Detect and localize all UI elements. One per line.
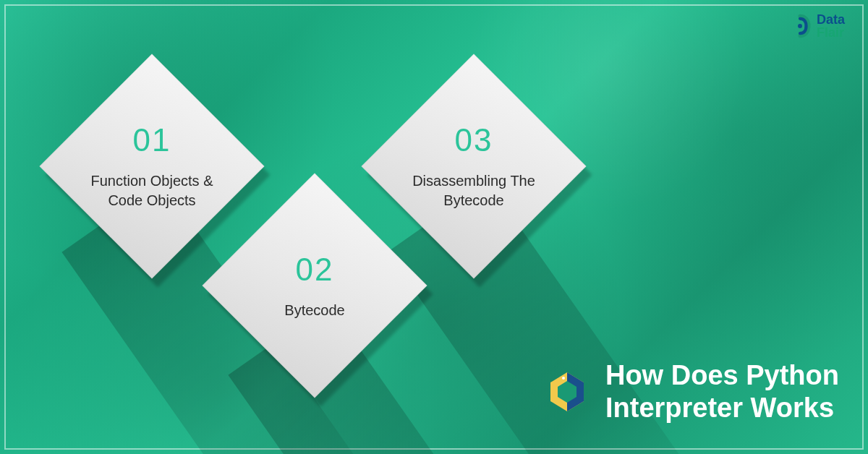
- step-label: Disassembling The Bytecode: [409, 171, 539, 210]
- logo-mark-icon: [788, 14, 812, 38]
- logo-text-line2: Flair: [817, 26, 845, 39]
- svg-point-4: [562, 377, 565, 380]
- step-number: 03: [455, 122, 493, 158]
- title-line2: Interpreter Works: [605, 392, 839, 425]
- logo-text-line1: Data: [817, 13, 845, 26]
- step-number: 01: [133, 122, 171, 158]
- svg-point-0: [798, 24, 802, 28]
- step-number: 02: [296, 252, 334, 288]
- step-label: Function Objects & Code Objects: [87, 171, 217, 210]
- title-line1: How Does Python: [605, 359, 839, 393]
- step-label: Bytecode: [284, 301, 344, 320]
- python-icon: [542, 367, 592, 417]
- brand-logo: Data Flair: [788, 13, 845, 39]
- title-block: How Does Python Interpreter Works: [542, 359, 839, 425]
